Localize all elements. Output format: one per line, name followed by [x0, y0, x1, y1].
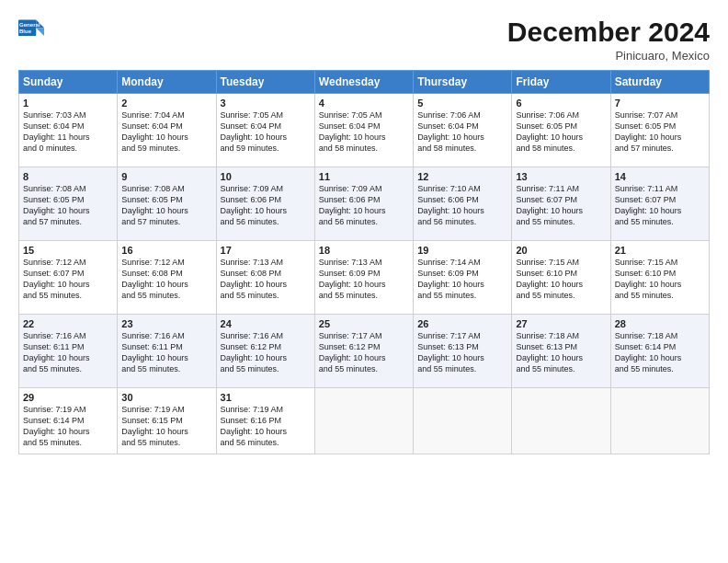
- day-number: 13: [516, 171, 606, 182]
- table-row: [610, 388, 709, 454]
- table-row: 7Sunrise: 7:07 AMSunset: 6:05 PMDaylight…: [610, 94, 709, 167]
- day-info: Sunrise: 7:10 AMSunset: 6:06 PMDaylight:…: [417, 183, 507, 228]
- table-row: 4Sunrise: 7:05 AMSunset: 6:04 PMDaylight…: [314, 94, 413, 167]
- calendar-header-row: Sunday Monday Tuesday Wednesday Thursday…: [19, 71, 710, 94]
- day-number: 16: [121, 245, 211, 256]
- table-row: 26Sunrise: 7:17 AMSunset: 6:13 PMDayligh…: [414, 315, 512, 388]
- table-row: 11Sunrise: 7:09 AMSunset: 6:06 PMDayligh…: [314, 167, 413, 241]
- table-row: 19Sunrise: 7:14 AMSunset: 6:09 PMDayligh…: [414, 241, 512, 315]
- table-row: 25Sunrise: 7:17 AMSunset: 6:12 PMDayligh…: [314, 315, 413, 388]
- day-number: 26: [417, 318, 507, 329]
- col-friday: Friday: [512, 71, 610, 94]
- day-number: 17: [221, 245, 311, 256]
- page: General Blue December 2024 Pinicuaro, Me…: [0, 0, 728, 563]
- day-number: 10: [221, 171, 311, 182]
- day-info: Sunrise: 7:11 AMSunset: 6:07 PMDaylight:…: [516, 183, 606, 228]
- table-row: 31Sunrise: 7:19 AMSunset: 6:16 PMDayligh…: [216, 388, 314, 454]
- day-number: 1: [23, 98, 113, 109]
- day-number: 18: [319, 245, 409, 256]
- day-number: 6: [516, 98, 606, 109]
- table-row: 12Sunrise: 7:10 AMSunset: 6:06 PMDayligh…: [414, 167, 512, 241]
- table-row: 30Sunrise: 7:19 AMSunset: 6:15 PMDayligh…: [118, 388, 216, 454]
- table-row: 23Sunrise: 7:16 AMSunset: 6:11 PMDayligh…: [118, 315, 216, 388]
- table-row: 14Sunrise: 7:11 AMSunset: 6:07 PMDayligh…: [610, 167, 709, 241]
- day-number: 2: [121, 98, 211, 109]
- day-info: Sunrise: 7:18 AMSunset: 6:13 PMDaylight:…: [516, 330, 606, 375]
- table-row: [414, 388, 512, 454]
- day-info: Sunrise: 7:07 AMSunset: 6:05 PMDaylight:…: [615, 109, 705, 155]
- day-number: 28: [615, 318, 705, 329]
- table-row: 2Sunrise: 7:04 AMSunset: 6:04 PMDaylight…: [118, 94, 216, 167]
- table-row: 27Sunrise: 7:18 AMSunset: 6:13 PMDayligh…: [512, 315, 610, 388]
- table-row: 6Sunrise: 7:06 AMSunset: 6:05 PMDaylight…: [512, 94, 610, 167]
- table-row: 16Sunrise: 7:12 AMSunset: 6:08 PMDayligh…: [118, 241, 216, 315]
- table-row: 9Sunrise: 7:08 AMSunset: 6:05 PMDaylight…: [118, 167, 216, 241]
- table-row: 24Sunrise: 7:16 AMSunset: 6:12 PMDayligh…: [216, 315, 314, 388]
- day-info: Sunrise: 7:03 AMSunset: 6:04 PMDaylight:…: [23, 109, 113, 155]
- day-info: Sunrise: 7:09 AMSunset: 6:06 PMDaylight:…: [221, 183, 311, 228]
- table-row: 28Sunrise: 7:18 AMSunset: 6:14 PMDayligh…: [610, 315, 709, 388]
- day-info: Sunrise: 7:15 AMSunset: 6:10 PMDaylight:…: [615, 257, 705, 302]
- day-info: Sunrise: 7:12 AMSunset: 6:08 PMDaylight:…: [121, 257, 211, 302]
- table-row: 17Sunrise: 7:13 AMSunset: 6:08 PMDayligh…: [216, 241, 314, 315]
- day-info: Sunrise: 7:15 AMSunset: 6:10 PMDaylight:…: [516, 257, 606, 302]
- day-info: Sunrise: 7:06 AMSunset: 6:04 PMDaylight:…: [417, 109, 507, 155]
- svg-marker-1: [36, 28, 44, 36]
- day-info: Sunrise: 7:11 AMSunset: 6:07 PMDaylight:…: [615, 183, 705, 228]
- day-number: 7: [615, 98, 705, 109]
- svg-text:General: General: [19, 21, 40, 28]
- table-row: 13Sunrise: 7:11 AMSunset: 6:07 PMDayligh…: [512, 167, 610, 241]
- day-number: 14: [615, 171, 705, 182]
- day-number: 8: [23, 171, 113, 182]
- table-row: 21Sunrise: 7:15 AMSunset: 6:10 PMDayligh…: [610, 241, 709, 315]
- table-row: 3Sunrise: 7:05 AMSunset: 6:04 PMDaylight…: [216, 94, 314, 167]
- table-row: 29Sunrise: 7:19 AMSunset: 6:14 PMDayligh…: [19, 388, 118, 454]
- day-number: 22: [23, 318, 113, 329]
- day-number: 4: [319, 98, 409, 109]
- day-info: Sunrise: 7:19 AMSunset: 6:16 PMDaylight:…: [221, 404, 311, 449]
- day-info: Sunrise: 7:04 AMSunset: 6:04 PMDaylight:…: [121, 109, 211, 155]
- svg-text:Blue: Blue: [19, 28, 32, 34]
- subtitle: Pinicuaro, Mexico: [507, 49, 710, 63]
- day-number: 31: [221, 392, 311, 403]
- col-thursday: Thursday: [414, 71, 512, 94]
- day-number: 30: [121, 392, 211, 403]
- logo: General Blue: [18, 17, 44, 42]
- day-info: Sunrise: 7:08 AMSunset: 6:05 PMDaylight:…: [23, 183, 113, 228]
- day-number: 15: [23, 245, 113, 256]
- day-info: Sunrise: 7:14 AMSunset: 6:09 PMDaylight:…: [417, 257, 507, 302]
- main-title: December 2024: [507, 17, 710, 47]
- table-row: 1Sunrise: 7:03 AMSunset: 6:04 PMDaylight…: [19, 94, 118, 167]
- day-number: 11: [319, 171, 409, 182]
- day-info: Sunrise: 7:06 AMSunset: 6:05 PMDaylight:…: [516, 109, 606, 155]
- day-number: 3: [221, 98, 311, 109]
- table-row: 5Sunrise: 7:06 AMSunset: 6:04 PMDaylight…: [414, 94, 512, 167]
- col-tuesday: Tuesday: [216, 71, 314, 94]
- day-info: Sunrise: 7:13 AMSunset: 6:09 PMDaylight:…: [319, 257, 409, 302]
- day-info: Sunrise: 7:08 AMSunset: 6:05 PMDaylight:…: [121, 183, 211, 228]
- col-wednesday: Wednesday: [314, 71, 413, 94]
- day-number: 9: [121, 171, 211, 182]
- day-info: Sunrise: 7:13 AMSunset: 6:08 PMDaylight:…: [221, 257, 311, 302]
- day-info: Sunrise: 7:17 AMSunset: 6:12 PMDaylight:…: [319, 330, 409, 375]
- day-info: Sunrise: 7:05 AMSunset: 6:04 PMDaylight:…: [319, 109, 409, 155]
- day-number: 19: [417, 245, 507, 256]
- day-number: 20: [516, 245, 606, 256]
- col-saturday: Saturday: [610, 71, 709, 94]
- calendar-table: Sunday Monday Tuesday Wednesday Thursday…: [18, 70, 710, 454]
- day-number: 23: [121, 318, 211, 329]
- col-monday: Monday: [118, 71, 216, 94]
- table-row: [314, 388, 413, 454]
- day-info: Sunrise: 7:19 AMSunset: 6:15 PMDaylight:…: [121, 404, 211, 449]
- header: General Blue December 2024 Pinicuaro, Me…: [18, 17, 710, 63]
- table-row: 10Sunrise: 7:09 AMSunset: 6:06 PMDayligh…: [216, 167, 314, 241]
- table-row: 8Sunrise: 7:08 AMSunset: 6:05 PMDaylight…: [19, 167, 118, 241]
- day-number: 12: [417, 171, 507, 182]
- day-number: 24: [221, 318, 311, 329]
- day-number: 29: [23, 392, 113, 403]
- day-info: Sunrise: 7:16 AMSunset: 6:11 PMDaylight:…: [23, 330, 113, 375]
- day-info: Sunrise: 7:18 AMSunset: 6:14 PMDaylight:…: [615, 330, 705, 375]
- table-row: 20Sunrise: 7:15 AMSunset: 6:10 PMDayligh…: [512, 241, 610, 315]
- day-info: Sunrise: 7:12 AMSunset: 6:07 PMDaylight:…: [23, 257, 113, 302]
- table-row: 18Sunrise: 7:13 AMSunset: 6:09 PMDayligh…: [314, 241, 413, 315]
